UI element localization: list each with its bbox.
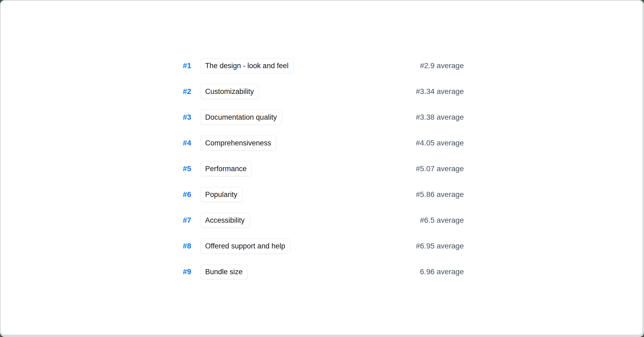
option-card[interactable]: Documentation quality bbox=[200, 110, 282, 125]
ranking-row: #5 Performance #5.07 average bbox=[180, 156, 464, 182]
option-card[interactable]: Comprehensiveness bbox=[200, 135, 276, 151]
average-score: 6.96 average bbox=[420, 268, 464, 276]
average-score: #4.05 average bbox=[416, 139, 464, 147]
average-score: #3.34 average bbox=[416, 87, 464, 96]
rank-number: #9 bbox=[180, 268, 191, 276]
ranking-row: #8 Offered support and help #6.95 averag… bbox=[180, 233, 464, 259]
option-card[interactable]: The design - look and feel bbox=[200, 58, 294, 73]
average-score: #6.95 average bbox=[416, 242, 464, 250]
rank-number: #5 bbox=[180, 164, 191, 173]
ranking-row: #2 Customizability #3.34 average bbox=[180, 79, 464, 104]
results-card: #1 The design - look and feel #2.9 avera… bbox=[1, 1, 642, 335]
average-score: #2.9 average bbox=[420, 61, 464, 70]
option-card[interactable]: Bundle size bbox=[200, 264, 248, 279]
window-frame: #1 The design - look and feel #2.9 avera… bbox=[0, 0, 644, 337]
ranking-row: #1 The design - look and feel #2.9 avera… bbox=[180, 53, 464, 79]
average-score: #5.07 average bbox=[416, 164, 464, 173]
ranking-row: #3 Documentation quality #3.38 average bbox=[180, 104, 464, 130]
rank-number: #1 bbox=[180, 61, 191, 70]
average-score: #3.38 average bbox=[416, 113, 464, 122]
option-card[interactable]: Offered support and help bbox=[200, 239, 290, 254]
ranking-row: #4 Comprehensiveness #4.05 average bbox=[180, 130, 464, 156]
rank-number: #2 bbox=[180, 87, 191, 96]
rank-number: #4 bbox=[180, 139, 191, 147]
option-card[interactable]: Performance bbox=[200, 161, 252, 176]
rank-number: #6 bbox=[180, 190, 191, 199]
ranking-list: #1 The design - look and feel #2.9 avera… bbox=[180, 53, 464, 285]
rank-number: #8 bbox=[180, 242, 191, 250]
rank-number: #3 bbox=[180, 113, 191, 122]
average-score: #5.86 average bbox=[416, 190, 464, 199]
ranking-row: #6 Popularity #5.86 average bbox=[180, 182, 464, 207]
ranking-row: #7 Accessibility #6.5 average bbox=[180, 207, 464, 233]
option-card[interactable]: Accessibility bbox=[200, 213, 250, 228]
option-card[interactable]: Customizability bbox=[200, 84, 259, 99]
option-card[interactable]: Popularity bbox=[200, 187, 243, 202]
ranking-row: #9 Bundle size 6.96 average bbox=[180, 259, 464, 285]
rank-number: #7 bbox=[180, 216, 191, 225]
average-score: #6.5 average bbox=[420, 216, 464, 225]
